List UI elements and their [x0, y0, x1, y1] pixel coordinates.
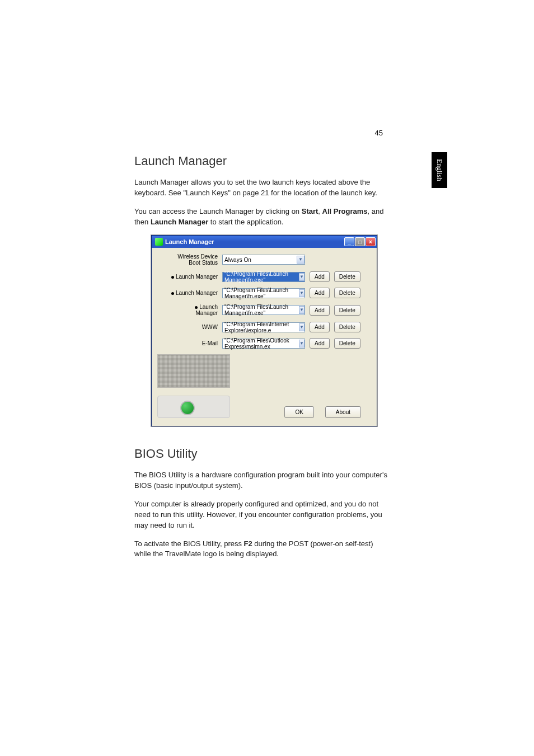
dropdown-arrow-icon[interactable]: ▼	[299, 289, 305, 297]
keyboard-diagram	[157, 354, 230, 388]
titlebar: Launch Manager _ □ ×	[152, 236, 377, 248]
bios-para3-pre: To activate the BIOS Utility, press	[134, 539, 244, 548]
ok-button[interactable]: OK	[284, 406, 313, 418]
row2-path-combo[interactable]: "C:\Program Files\Launch Manager\fn.exe"…	[222, 288, 305, 298]
dropdown-arrow-icon[interactable]: ▼	[299, 340, 305, 348]
boot-status-combo[interactable]: Always On ▼	[222, 255, 305, 265]
row4-add-button[interactable]: Add	[310, 322, 330, 332]
bios-para2: Your computer is already properly config…	[134, 499, 389, 531]
row2-add-button[interactable]: Add	[310, 288, 330, 298]
row3-delete-button[interactable]: Delete	[334, 305, 360, 316]
row5-path-combo[interactable]: "C:\Program Files\Outlook Express\msimn.…	[222, 339, 305, 349]
row4-delete-button[interactable]: Delete	[334, 322, 360, 332]
bullet-icon	[171, 292, 174, 295]
row2-path: "C:\Program Files\Launch Manager\fn.exe"	[224, 287, 298, 299]
row4-path: "C:\Program Files\Internet Explorer\iexp…	[224, 321, 298, 334]
launch-manager-heading: Launch Manager	[134, 154, 389, 168]
lm-para2-allprograms: All Programs	[322, 207, 368, 215]
dropdown-arrow-icon[interactable]: ▼	[299, 306, 305, 314]
lm-para2-pre: You can access the Launch Manager by cli…	[134, 207, 302, 215]
lm-para2-mid1: ,	[318, 207, 322, 215]
row1-path: "C:\Program Files\Launch Manager\fn.exe"	[224, 271, 298, 283]
page-number: 45	[375, 129, 383, 137]
minimize-button[interactable]: _	[344, 237, 354, 246]
row5-delete-button[interactable]: Delete	[334, 338, 360, 349]
row2-delete-button[interactable]: Delete	[334, 288, 360, 298]
row5-label: E-Mail	[157, 340, 222, 346]
bios-utility-heading: BIOS Utility	[134, 447, 389, 461]
bios-para1: The BIOS Utility is a hardware configura…	[134, 470, 389, 491]
window-title: Launch Manager	[165, 238, 214, 245]
row3-add-button[interactable]: Add	[310, 305, 330, 316]
laptop-front-diagram	[157, 396, 230, 418]
lm-para2-post: to start the application.	[208, 218, 283, 226]
row3-path: "C:\Program Files\Launch Manager\fn.exe"	[224, 304, 298, 316]
about-button[interactable]: About	[325, 406, 361, 418]
dropdown-arrow-icon[interactable]: ▼	[299, 323, 305, 331]
bios-para3: To activate the BIOS Utility, press F2 d…	[134, 539, 389, 560]
launch-manager-window: Launch Manager _ □ × Wireless Device Boo…	[151, 235, 377, 426]
launch-manager-para1: Launch Manager allows you to set the two…	[134, 177, 389, 199]
dropdown-arrow-icon[interactable]: ▼	[297, 256, 305, 264]
lm-para2-start: Start	[302, 207, 318, 215]
row3-label: Launch Manager	[157, 304, 222, 316]
boot-status-value: Always On	[224, 257, 251, 263]
maximize-button: □	[355, 237, 365, 246]
row2-label: Launch Manager	[157, 290, 222, 296]
boot-status-label: Wireless Device Boot Status	[157, 253, 222, 266]
row1-delete-button[interactable]: Delete	[334, 271, 360, 282]
row1-path-combo[interactable]: "C:\Program Files\Launch Manager\fn.exe"…	[222, 272, 305, 282]
bullet-icon	[195, 306, 198, 309]
lm-para2-lm: Launch Manager	[151, 218, 208, 226]
row1-add-button[interactable]: Add	[310, 271, 330, 282]
row5-path: "C:\Program Files\Outlook Express\msimn.…	[224, 337, 298, 350]
close-button[interactable]: ×	[366, 237, 376, 246]
bullet-icon	[171, 276, 174, 279]
row3-path-combo[interactable]: "C:\Program Files\Launch Manager\fn.exe"…	[222, 305, 305, 315]
row4-path-combo[interactable]: "C:\Program Files\Internet Explorer\iexp…	[222, 322, 305, 332]
row5-add-button[interactable]: Add	[310, 338, 330, 349]
row1-label: Launch Manager	[157, 274, 222, 280]
launch-manager-para2: You can access the Launch Manager by cli…	[134, 206, 389, 228]
power-button-icon	[180, 401, 195, 415]
bios-para3-f2: F2	[244, 539, 252, 548]
launch-manager-app-icon	[155, 238, 163, 246]
language-tab: English	[432, 152, 447, 188]
row4-label: WWW	[157, 324, 222, 330]
dropdown-arrow-icon[interactable]: ▼	[299, 273, 305, 281]
